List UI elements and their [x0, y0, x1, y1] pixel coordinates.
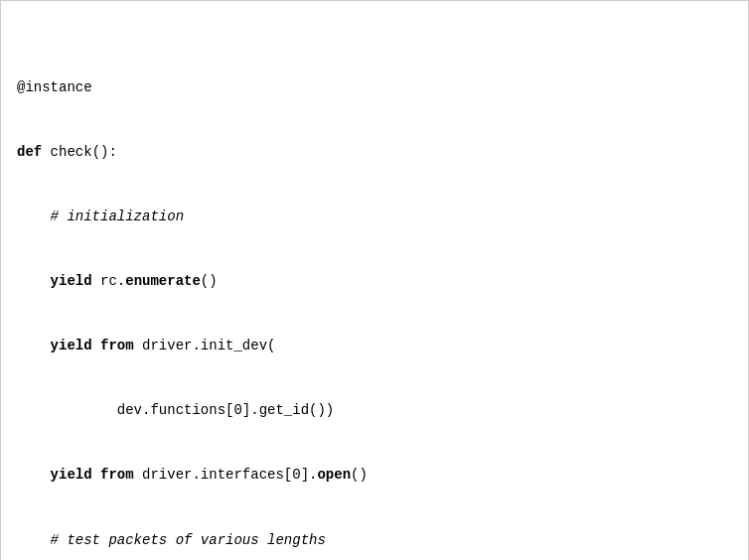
- line-4: yield rc.enumerate(): [17, 271, 732, 293]
- line-6: dev.functions[0].get_id()): [17, 400, 732, 422]
- line-8: # test packets of various lengths: [17, 530, 732, 552]
- line-3: # initialization: [17, 207, 732, 228]
- line-1: @instance: [17, 77, 732, 99]
- code-container: @instance def check(): # initialization …: [0, 0, 749, 560]
- line-7: yield from driver.interfaces[0].open(): [17, 465, 732, 487]
- line-5: yield from driver.init_dev(: [17, 336, 732, 357]
- code-block: @instance def check(): # initialization …: [17, 13, 732, 560]
- line-2: def check():: [17, 142, 732, 164]
